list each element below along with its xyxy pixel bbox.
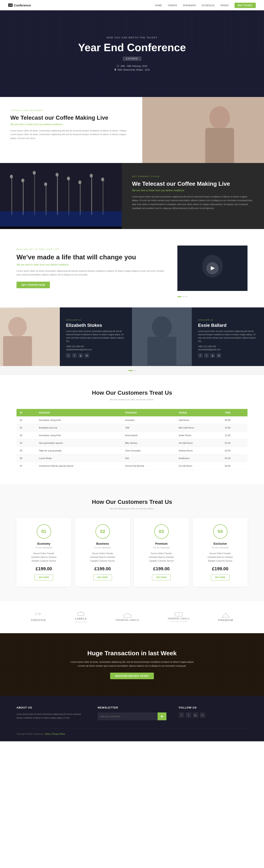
logo-labels-sub: premium brand bbox=[75, 621, 87, 623]
svg-rect-8 bbox=[34, 173, 35, 215]
footer-grid: About Us Lorem ipsum dolor sit amet cons… bbox=[16, 706, 248, 720]
cta-button[interactable]: REGISTER AND BUY TICKET bbox=[110, 673, 154, 679]
speaker2-twitter[interactable]: t bbox=[204, 353, 209, 358]
svg-rect-10 bbox=[57, 175, 58, 215]
social-linkedin[interactable]: in bbox=[200, 712, 205, 718]
speaker2-name: Essie Ballard bbox=[198, 323, 258, 328]
pricing-price-4: £199.00 bbox=[197, 566, 243, 571]
footer-copyright: Copyright ©2020 Conference | Terms | Pri… bbox=[16, 733, 65, 735]
life-cta-button[interactable]: GET STARTED NOW bbox=[16, 282, 50, 288]
logo-piremium-text: PIREMIUM bbox=[218, 619, 233, 622]
speaker2-email: essieballard@gmail.com bbox=[198, 348, 258, 351]
pricing-card-3: 03 Premium For the individuals Secure On… bbox=[134, 518, 189, 587]
footer-policy[interactable]: Privacy Policy bbox=[52, 733, 65, 735]
schedule-subtitle: We will showing you with our trendy syst… bbox=[16, 398, 248, 401]
speaker2-facebook[interactable]: f bbox=[198, 353, 202, 358]
svg-marker-48 bbox=[222, 613, 229, 617]
svg-rect-40 bbox=[147, 337, 176, 365]
speaker1-linkedin[interactable]: in bbox=[85, 353, 89, 358]
svg-rect-14 bbox=[103, 180, 103, 215]
svg-rect-15 bbox=[0, 211, 122, 226]
svg-point-23 bbox=[33, 171, 36, 175]
person-image-1 bbox=[142, 97, 264, 163]
schedule-table: ID Session Speaker Venue Time 01Innovati… bbox=[16, 409, 248, 470]
speaker-pagination bbox=[0, 366, 264, 375]
col-speaker: Speaker bbox=[122, 409, 175, 416]
nav-pages[interactable]: Pages bbox=[221, 4, 229, 7]
nav-home[interactable]: Home bbox=[155, 4, 162, 7]
speaker1-email: elizabethstokes@gmail.com bbox=[66, 348, 126, 351]
nav-cta[interactable]: BUY TICKET bbox=[234, 3, 256, 8]
pricing-price-1: £199.00 bbox=[21, 566, 67, 571]
telecast2-body: Lorem ipsum dolor sit amet consectetur a… bbox=[132, 195, 254, 210]
pricing-num-4: 04 bbox=[213, 524, 228, 539]
table-cell: 03:30 bbox=[222, 455, 248, 462]
svg-point-25 bbox=[56, 173, 59, 177]
social-google[interactable]: g+ bbox=[193, 712, 198, 718]
pricing-tagline-4: For the individuals bbox=[197, 547, 243, 549]
svg-rect-9 bbox=[45, 185, 46, 215]
table-cell: Innovation, bring forth bbox=[36, 432, 122, 439]
nav-videos[interactable]: Videos bbox=[168, 4, 177, 7]
svg-rect-12 bbox=[80, 183, 80, 215]
pricing-buy-btn-1[interactable]: BUY NOW bbox=[34, 575, 53, 580]
piremium-logo-icon bbox=[222, 613, 230, 618]
pricing-num-1: 01 bbox=[37, 524, 51, 539]
table-cell: 10:00 bbox=[222, 424, 248, 432]
speaker1-facebook[interactable]: f bbox=[66, 353, 70, 358]
table-cell: Chris Gonzalez bbox=[122, 447, 175, 455]
telecast-dark-text: GET CURRENT VISION We Telecast our Coffe… bbox=[122, 163, 264, 229]
table-row: 06Lunch BreakN/AAuditorium03:30 bbox=[16, 455, 248, 462]
pricing-price-3: £199.00 bbox=[138, 566, 185, 571]
col-venue: Venue bbox=[175, 409, 222, 416]
logo-creative: CREATIVE bbox=[31, 613, 46, 622]
hero-title: Year End Conference bbox=[78, 42, 186, 54]
social-facebook[interactable]: f bbox=[179, 712, 184, 718]
speaker2-linkedin[interactable]: in bbox=[217, 353, 221, 358]
pricing-buy-btn-2[interactable]: BUY NOW bbox=[93, 575, 112, 580]
social-twitter[interactable]: t bbox=[186, 712, 191, 718]
speakers-section: SPEAKER 01 Elizabeth Stokes Lorem ipsum … bbox=[0, 307, 264, 375]
footer-social: f t g+ in bbox=[179, 712, 248, 718]
speaker2-eyebrow: SPEAKER 02 bbox=[198, 319, 258, 321]
table-cell: 09:00 bbox=[222, 416, 248, 424]
hero-section: NOW YOU CAN WATCH THE TALENT Year End Co… bbox=[0, 10, 264, 97]
pricing-plan-1: Economy bbox=[21, 542, 67, 545]
nav-schedule[interactable]: Schedule bbox=[202, 4, 215, 7]
svg-rect-37 bbox=[0, 308, 60, 366]
table-cell: Conference Minute special reports bbox=[36, 462, 122, 470]
footer-about: About Us Lorem ipsum dolor sit amet cons… bbox=[16, 706, 85, 720]
dot-2 bbox=[186, 296, 187, 297]
speaker-card-2-info: SPEAKER 02 Essie Ballard Lorem ipsum dol… bbox=[192, 307, 264, 366]
video-pagination bbox=[177, 296, 187, 297]
speaker2-phone: +880 1211 884-432 bbox=[198, 345, 258, 348]
speaker1-google[interactable]: g bbox=[78, 353, 83, 358]
table-cell: 04 bbox=[16, 439, 36, 447]
table-cell: Auditorium bbox=[175, 455, 222, 462]
table-cell: N/A bbox=[122, 455, 175, 462]
pricing-grid: 01 Economy For the individuals Secure On… bbox=[16, 518, 248, 587]
premium-labels-logo-icon: ★ bbox=[174, 612, 183, 617]
table-cell: 06 bbox=[16, 455, 36, 462]
speaker1-phone: +880 1311 884-432 bbox=[66, 345, 126, 348]
logo-premium: premium labels bbox=[116, 613, 139, 621]
life-body: Lorem ipsum dolor sit amet consectetur a… bbox=[16, 269, 165, 277]
pricing-buy-btn-3[interactable]: BUY NOW bbox=[152, 575, 171, 580]
footer-newsletter-title: Newsletter bbox=[98, 706, 166, 709]
footer-terms[interactable]: Terms bbox=[45, 733, 51, 735]
table-cell: Anna Daniel bbox=[122, 432, 175, 439]
svg-point-26 bbox=[67, 177, 70, 180]
nav-speakers[interactable]: Speakers bbox=[183, 4, 196, 7]
logo-text: Conference bbox=[14, 3, 31, 7]
newsletter-submit[interactable]: ➤ bbox=[158, 712, 166, 720]
speaker2-google[interactable]: g bbox=[210, 353, 215, 358]
hero-location: 56/8, Dhanmondi, Dhaka - 1215 bbox=[114, 68, 150, 71]
pricing-card-4: 04 Exclusive For the individuals Secure … bbox=[193, 518, 248, 587]
telecast-image-1 bbox=[142, 97, 264, 163]
pricing-section: How Our Customers Treat Us We will showi… bbox=[0, 484, 264, 601]
svg-point-24 bbox=[44, 182, 47, 186]
speaker1-twitter[interactable]: t bbox=[72, 353, 77, 358]
svg-point-44 bbox=[80, 611, 81, 612]
newsletter-input[interactable] bbox=[98, 712, 157, 720]
pricing-buy-btn-4[interactable]: BUY NOW bbox=[211, 575, 229, 580]
